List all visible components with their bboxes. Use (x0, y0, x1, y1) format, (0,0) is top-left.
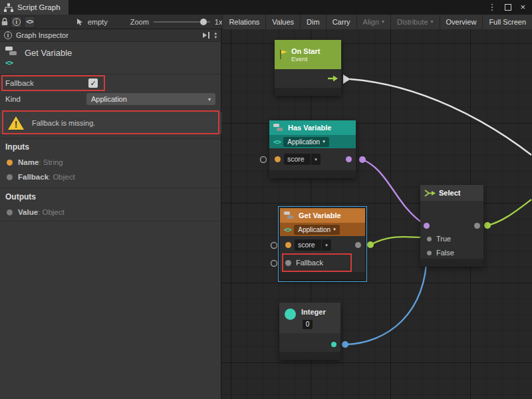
kind-dropdown[interactable]: Application ▾ (283, 137, 329, 147)
object-port-icon (7, 174, 13, 180)
node-integer[interactable]: Integer 0 (279, 303, 340, 360)
align-button[interactable]: Align▾ (356, 15, 390, 29)
port-false-input[interactable] (427, 251, 432, 255)
string-port-icon (7, 160, 13, 166)
node-subtitle: Event (291, 55, 320, 63)
integer-value-field[interactable]: 0 (303, 320, 313, 329)
chevron-down-icon: ▾ (382, 19, 384, 25)
divider (0, 138, 221, 139)
object-port-icon (7, 209, 13, 215)
port-selection-output[interactable] (474, 223, 480, 229)
wire-onstart-flow[interactable] (350, 79, 531, 155)
port-condition-input[interactable] (424, 223, 430, 229)
false-label: False (436, 249, 454, 257)
full-screen-button[interactable]: Full Screen (482, 15, 532, 29)
chevron-down-icon: ▾ (322, 239, 331, 251)
wire-hasvariable-to-select[interactable] (362, 160, 424, 224)
graph-canvas[interactable]: On Start Event Has Variable <> A (221, 29, 532, 399)
relations-button[interactable]: Relations (222, 15, 265, 29)
node-title: Get Variable (299, 211, 341, 219)
node-title: Select (439, 189, 460, 197)
chevron-down-icon: ▾ (333, 227, 336, 232)
tab-script-graph[interactable]: Script Graph (0, 0, 68, 15)
code-view-button[interactable]: <> (24, 16, 35, 28)
node-footer (420, 259, 483, 267)
port-getvariable-name-unconnected[interactable] (271, 243, 277, 249)
info-icon: i (4, 31, 12, 39)
get-variable-icon: <> (5, 59, 13, 67)
port-value-output[interactable] (355, 242, 361, 248)
toolbar-buttons: Relations Values Dim Carry Align▾ Distri… (222, 15, 532, 29)
select-false-row: False (427, 249, 454, 257)
zoom-control: Zoom 1x (130, 18, 223, 26)
port-getvariable-output[interactable] (367, 241, 374, 248)
input-row-name: Name: String (0, 155, 221, 170)
zoom-slider-handle[interactable] (200, 19, 207, 25)
overview-button[interactable]: Overview (440, 15, 483, 29)
node-title: Integer (301, 308, 326, 316)
titlebar: Script Graph ⋮ × (0, 0, 532, 15)
kind-dropdown[interactable]: Application ▾ (294, 225, 339, 235)
graph-pointer-status: empty (76, 18, 108, 26)
maximize-icon[interactable] (505, 4, 511, 11)
variable-kind-icon: <> (284, 225, 291, 234)
window-menu-icon[interactable]: ⋮ (487, 0, 496, 15)
lock-icon[interactable] (0, 15, 9, 29)
fallback-port-label: Fallback (296, 254, 323, 272)
wire-getvariable-to-select-true[interactable] (370, 237, 427, 245)
script-graph-window: Script Graph ⋮ × i <> empty Zoom (0, 0, 532, 399)
zoom-label: Zoom (130, 18, 149, 26)
warning-box: ! Fallback is missing. (0, 112, 221, 134)
carry-button[interactable]: Carry (326, 15, 356, 29)
port-getvariable-fallback-unconnected[interactable] (271, 261, 277, 267)
graph-inspector-panel: i Graph Inspector ▴ ▾ <> Get Variable Fa… (0, 29, 221, 399)
node-on-start[interactable]: On Start Event (275, 40, 341, 96)
distribute-button[interactable]: Distribute▾ (390, 15, 439, 29)
fallback-label: Fallback (5, 76, 34, 91)
port-hasvariable-output[interactable] (359, 156, 366, 163)
window-controls: ⋮ × (487, 0, 532, 15)
inspected-node-header: <> Get Variable (0, 42, 221, 74)
port-integer-output[interactable] (342, 341, 348, 348)
port-select-output[interactable] (484, 222, 491, 229)
variable-name-dropdown[interactable]: score ▾ (295, 239, 331, 251)
connection-wires (221, 29, 532, 399)
tab-title: Script Graph (17, 3, 61, 11)
variable-name-dropdown[interactable]: score ▾ (284, 154, 321, 165)
panel-scroll-arrows[interactable]: ▴ ▾ (214, 31, 217, 39)
input-row-fallback: Fallback: Object (0, 170, 221, 184)
exec-arrow-connector[interactable] (343, 74, 350, 84)
port-value-output[interactable] (331, 342, 336, 347)
node-select[interactable]: Select True False (420, 185, 483, 267)
values-button[interactable]: Values (265, 15, 300, 29)
port-hasvariable-name-unconnected[interactable] (261, 157, 267, 163)
port-true-input[interactable] (427, 237, 432, 241)
cursor-icon (76, 18, 84, 26)
divider (0, 221, 221, 221)
fallback-checkbox[interactable]: ✓ (88, 78, 98, 88)
scroll-down-icon[interactable]: ▾ (214, 35, 217, 39)
node-has-variable[interactable]: Has Variable <> Application ▾ score ▾ (269, 120, 356, 178)
dock-panel-icon[interactable] (203, 31, 210, 39)
inspector-toggle-button[interactable]: i (11, 16, 22, 28)
inputs-header: Inputs (5, 142, 29, 152)
select-icon (424, 189, 436, 198)
port-name-input[interactable] (275, 156, 281, 162)
port-name-input[interactable] (285, 242, 291, 248)
node-title: On Start (291, 47, 320, 55)
variables-icon (273, 124, 285, 132)
wire-select-output[interactable] (487, 200, 531, 225)
variable-kind-icon: <> (273, 138, 281, 146)
chevron-down-icon: ▾ (323, 139, 325, 144)
exec-output-arrow-icon[interactable] (328, 74, 338, 82)
node-footer (269, 170, 356, 178)
chevron-down-icon: ▾ (431, 19, 434, 25)
node-get-variable[interactable]: Get Variable <> Application ▾ score ▾ F (280, 208, 365, 280)
port-isdefined-output[interactable] (346, 156, 352, 162)
zoom-slider[interactable] (154, 21, 210, 23)
dim-button[interactable]: Dim (300, 15, 326, 29)
port-fallback-input[interactable] (285, 260, 291, 266)
close-icon[interactable]: × (520, 0, 525, 15)
fallback-toggle-row: Fallback ✓ (0, 76, 221, 91)
kind-dropdown[interactable]: Application ▾ (86, 93, 215, 105)
